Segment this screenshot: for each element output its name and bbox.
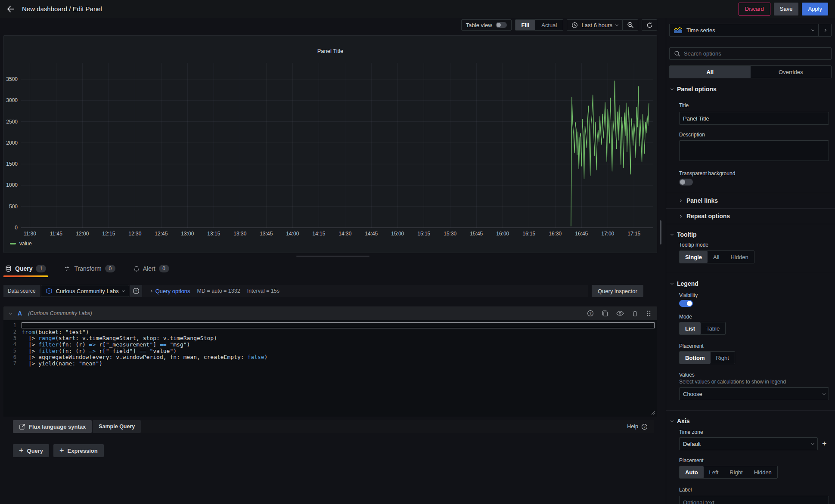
axis-placement-left[interactable]: Left [704,466,724,478]
legend-placement-group: Bottom Right [679,351,735,364]
add-timezone-button[interactable]: + [822,440,827,448]
table-view-control[interactable]: Table view [461,19,512,31]
legend-placement-right[interactable]: Right [711,352,735,364]
back-arrow-icon[interactable] [7,6,14,12]
code-line[interactable]: 6 |> aggregateWindow(every: v.windowPeri… [3,354,657,360]
code-line[interactable]: 5 |> filter(fn: (r) => r["_field"] == "v… [3,348,657,354]
axis-timezone-select[interactable]: Default [679,437,818,450]
legend-mode-label: Mode [679,314,692,320]
svg-text:0: 0 [15,225,18,231]
panel-links-section[interactable]: Panel links [679,193,829,208]
tab-alert-label: Alert [143,265,155,272]
panel-title: Panel Title [4,48,657,54]
save-button[interactable]: Save [774,3,799,15]
section-axis[interactable]: Axis [671,417,690,424]
time-series-chart[interactable]: 11:3011:4512:0012:1512:3012:4513:0013:15… [4,57,658,242]
datasource-help-button[interactable]: ? [130,285,142,297]
search-options-box[interactable] [669,47,832,60]
filter-tab-overrides[interactable]: Overrides [751,66,832,78]
help-circle-icon[interactable]: ? [587,310,594,317]
time-range-button[interactable]: Last 6 hours [567,20,622,30]
apply-button[interactable]: Apply [802,3,828,15]
zoom-out-button[interactable] [622,20,638,30]
add-expression-button[interactable]: + Expression [53,444,104,457]
table-view-toggle[interactable] [496,22,507,28]
help-circle-icon[interactable]: ? [641,424,648,430]
panel-resize-handle[interactable] [296,256,369,257]
resize-corner-icon[interactable] [651,411,655,415]
discard-button[interactable]: Discard [739,3,770,15]
legend-visibility-toggle[interactable] [679,300,693,307]
svg-text:?: ? [643,425,646,429]
tooltip-mode-hidden[interactable]: Hidden [725,251,754,263]
axis-placement-auto[interactable]: Auto [680,466,704,478]
axis-placement-right[interactable]: Right [724,466,748,478]
tab-alert-badge: 0 [159,265,169,272]
code-line[interactable]: 7 |> yield(name: "mean") [3,360,657,367]
code-line[interactable]: 2from(bucket: "test") [3,329,657,335]
section-tooltip[interactable]: Tooltip [671,231,697,238]
legend-series-name: value [19,241,32,247]
panel-title-field[interactable] [679,112,829,125]
title-field-label: Title [679,102,689,108]
tab-transform[interactable]: Transform 0 [62,261,117,276]
chevron-right-icon [679,199,682,202]
tooltip-mode-single[interactable]: Single [680,251,708,263]
code-line[interactable]: 4 |> filter(fn: (r) => r["_measurement"]… [3,341,657,348]
datasource-picker[interactable]: Curious Community Labs [41,285,129,297]
flux-code-editor[interactable]: 12from(bucket: "test")3 |> range(start: … [3,320,657,417]
svg-text:1000: 1000 [6,182,18,188]
svg-text:12:15: 12:15 [102,231,115,237]
actual-option[interactable]: Actual [535,20,563,30]
search-options-input[interactable] [684,50,827,57]
axis-placement-label: Placement [679,458,704,464]
panel-title-input[interactable] [683,115,825,122]
repeat-options-section[interactable]: Repeat options [679,208,829,224]
refresh-button[interactable] [642,19,657,31]
scrollbar-thumb[interactable] [660,220,661,244]
query-inspector-button[interactable]: Query inspector [592,285,643,297]
filter-tab-all[interactable]: All [670,66,751,78]
section-panel-options[interactable]: Panel options [671,86,717,93]
datasource-row: Data source Curious Community Labs ? Que… [3,285,588,297]
tab-query[interactable]: Query 1 [3,261,48,276]
sample-query-button[interactable]: Sample Query [93,420,141,433]
transparent-bg-toggle[interactable] [679,179,693,186]
collapse-chevron-icon[interactable] [9,311,12,314]
legend-placement-bottom[interactable]: Bottom [680,352,711,364]
visualization-picker-main[interactable]: Time series [670,24,818,36]
help-label[interactable]: Help [627,424,638,430]
plus-icon: + [19,447,24,455]
trash-icon[interactable] [632,310,638,317]
transform-icon [64,266,71,272]
legend-mode-list[interactable]: List [680,322,701,334]
legend-values-label: Values [679,372,695,378]
legend-values-select[interactable]: Choose [679,387,829,400]
axis-label-field[interactable] [679,496,829,504]
viz-suggestions-button[interactable] [818,24,831,36]
flux-syntax-button[interactable]: Flux language syntax [13,420,92,433]
section-legend[interactable]: Legend [671,280,698,287]
axis-placement-hidden[interactable]: Hidden [748,466,777,478]
eye-icon[interactable] [616,310,624,316]
fill-option[interactable]: Fill [515,20,536,30]
tab-alert[interactable]: Alert 0 [132,261,171,276]
tab-query-label: Query [15,265,32,272]
tooltip-mode-all[interactable]: All [708,251,725,263]
visualization-picker[interactable]: Time series [669,24,832,37]
add-query-button[interactable]: + Query [13,444,49,457]
legend-mode-table[interactable]: Table [701,322,725,334]
editor-footer: Flux language syntax Sample Query Help ? [13,420,654,433]
svg-text:14:00: 14:00 [286,231,299,237]
code-line[interactable]: 3 |> range(start: v.timeRangeStart, stop… [3,335,657,341]
duplicate-icon[interactable] [602,310,608,317]
chevron-down-icon [670,419,674,422]
code-line[interactable]: 1 [3,322,657,329]
query-editor-header[interactable]: A (Curious Community Labs) ? [3,306,657,320]
chart-legend[interactable]: value [10,241,32,247]
editor-tabs: Query 1 Transform 0 Alert 0 [3,261,657,276]
description-textarea[interactable] [679,140,829,161]
drag-handle-icon[interactable] [646,310,651,317]
axis-label-input[interactable] [683,499,825,504]
query-options-toggle[interactable]: Query options [150,288,190,294]
